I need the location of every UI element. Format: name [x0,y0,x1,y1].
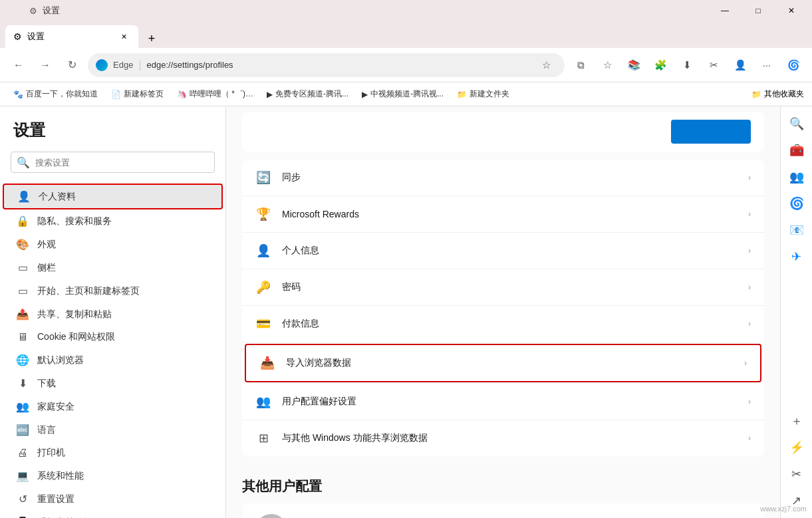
collections-button[interactable]: 📚 [623,55,644,76]
sync-label: 同步 [282,172,738,184]
refresh-button[interactable]: ↻ [61,55,82,76]
user-profile-avatar: 👤 [255,514,287,518]
share-icon: 📤 [16,308,29,321]
profile-settings-section: 🔄 同步 › 🏆 Microsoft Rewards › 👤 个人信息 › 🔑 … [242,160,764,456]
personal-info-chevron-icon: › [748,246,751,255]
right-users-icon[interactable]: 👥 [785,165,809,189]
right-messenger-icon[interactable]: ✈ [785,245,809,269]
update-button[interactable]: ⬇ [676,55,698,76]
extensions-button[interactable]: 🧩 [650,55,671,76]
personal-info-row[interactable]: 👤 个人信息 › [242,233,764,269]
right-customize-icon[interactable]: ⚡ [785,436,809,459]
rewards-chevron-icon: › [748,209,751,219]
folder-icon: 📁 [751,90,761,99]
sync-row[interactable]: 🔄 同步 › [242,160,764,196]
bookmark-newtab[interactable]: 📄 新建标签页 [106,86,169,102]
favorites-button[interactable]: ☆ [597,55,618,76]
sidebar-item-sidebar[interactable]: ▭ 侧栏 [3,256,223,279]
tab-label: 设置 [27,31,45,43]
payment-label: 付款信息 [282,318,738,330]
signin-button[interactable] [671,120,751,144]
maximize-button[interactable]: □ [743,0,773,21]
search-icon: 🔍 [17,156,30,169]
new-tab-button[interactable]: + [141,29,162,48]
sidebar-item-share[interactable]: 📤 共享、复制和粘贴 [3,303,223,326]
active-tab[interactable]: ⚙ 设置 ✕ [5,25,138,48]
sync-icon: 🔄 [255,170,271,185]
sidebar-item-label: 系统和性能 [37,470,84,482]
import-row[interactable]: 📥 导入浏览器数据 › [245,344,761,382]
tab-icon: ⚙ [13,31,22,42]
sidebar-item-family[interactable]: 👥 家庭安全 [3,395,223,418]
right-extensions-icon[interactable]: 🧰 [785,138,809,162]
payment-chevron-icon: › [748,319,751,328]
sidebar-item-default[interactable]: 🌐 默认浏览器 [3,348,223,372]
close-button[interactable]: ✕ [776,0,807,21]
minimize-button[interactable]: — [710,0,740,21]
edge-logo-icon [96,59,108,71]
sidebar-item-label: 个人资料 [39,191,76,203]
sidebar-item-appearance[interactable]: 🎨 外观 [3,233,223,256]
sidebar-item-reset[interactable]: ↺ 重置设置 [3,487,223,511]
more-button[interactable]: ··· [756,55,777,76]
default-browser-icon: 🌐 [16,354,29,366]
address-bar-actions: ☆ [535,55,557,76]
screenshot-button[interactable]: ✂ [703,55,724,76]
right-search-icon[interactable]: 🔍 [785,112,809,136]
payment-row[interactable]: 💳 付款信息 › [242,306,764,342]
window-tab-icon: ⚙ [29,6,37,16]
reset-icon: ↺ [16,493,29,505]
sidebar-item-label: 打印机 [37,447,65,459]
sidebar-item-label: 侧栏 [37,262,56,274]
prefs-icon: 👥 [255,394,271,409]
right-edge-icon[interactable]: 🌀 [785,192,809,215]
system-icon: 💻 [16,469,29,482]
split-view-button[interactable]: ⧉ [570,55,591,76]
prefs-row[interactable]: 👥 用户配置偏好设置 › [242,384,764,420]
window-controls: — □ ✕ [710,0,807,21]
sidebar: 设置 🔍 👤 个人资料 🔒 隐私、搜索和服务 🎨 外观 ▭ 侧栏 ▭ 开始、主页… [0,106,226,518]
right-screenshot-icon[interactable]: ✂ [785,462,809,486]
sidebar-item-privacy[interactable]: 🔒 隐私、搜索和服务 [3,209,223,233]
windows-row[interactable]: ⊞ 与其他 Windows 功能共享浏览数据 › [242,420,764,456]
back-button[interactable]: ← [8,55,29,76]
tab-close-button[interactable]: ✕ [117,30,130,43]
search-box[interactable]: 🔍 [11,152,215,173]
tab-bar: ⚙ 设置 ✕ + [0,21,812,48]
sidebar-item-download[interactable]: ⬇ 下载 [3,372,223,395]
sidebar-item-label: 默认浏览器 [37,354,84,366]
sidebar-item-profile[interactable]: 👤 个人资料 [3,184,223,209]
sidebar-item-label: 开始、主页和新建标签页 [37,285,140,297]
other-bookmarks[interactable]: 📁 其他收藏夹 [751,88,804,100]
address-input[interactable]: Edge | edge://settings/profiles ☆ [88,53,565,77]
bookmark-folder[interactable]: 📁 新建文件夹 [452,86,515,102]
right-outlook-icon[interactable]: 📧 [785,218,809,242]
sidebar-item-newtab[interactable]: ▭ 开始、主页和新建标签页 [3,279,223,303]
rewards-icon: 🏆 [255,207,271,221]
sidebar-item-cookie[interactable]: 🖥 Cookie 和网站权限 [3,326,223,348]
password-row[interactable]: 🔑 密码 › [242,269,764,306]
sidebar-item-label: 共享、复制和粘贴 [37,309,112,321]
printer-icon: 🖨 [16,447,29,459]
bookmark-tencent1[interactable]: ▶ 免费专区频道-腾讯... [261,86,354,102]
sidebar-item-language[interactable]: 🔤 语言 [3,418,223,442]
forward-button[interactable]: → [35,55,56,76]
sidebar-item-mobile[interactable]: 📱 手机和其他设备 [3,511,223,518]
address-bar: ← → ↻ Edge | edge://settings/profiles ☆ … [0,48,812,82]
sidebar-item-system[interactable]: 💻 系统和性能 [3,464,223,487]
main-layout: 设置 🔍 👤 个人资料 🔒 隐私、搜索和服务 🎨 外观 ▭ 侧栏 ▭ 开始、主页… [0,106,812,518]
edge-app-button[interactable]: 🌀 [783,55,804,76]
bookmark-bilibili[interactable]: 🦄 哔哩哔哩（ *゜)… [172,86,259,102]
bookmark-tencent2[interactable]: ▶ 中视频频道-腾讯视... [356,86,449,102]
search-input[interactable] [35,158,209,168]
bookmark-icon: 📄 [111,90,121,99]
content-area: 🔄 同步 › 🏆 Microsoft Rewards › 👤 个人信息 › 🔑 … [226,106,780,518]
sidebar-item-printer[interactable]: 🖨 打印机 [3,442,223,464]
star-button[interactable]: ☆ [535,55,557,76]
right-add-icon[interactable]: ＋ [785,409,809,433]
bookmark-baidu[interactable]: 🐾 百度一下，你就知道 [8,86,103,102]
profile-button[interactable]: 👤 [730,55,751,76]
bookmark-icon: ▶ [267,90,273,99]
rewards-row[interactable]: 🏆 Microsoft Rewards › [242,196,764,233]
import-chevron-icon: › [744,358,747,368]
